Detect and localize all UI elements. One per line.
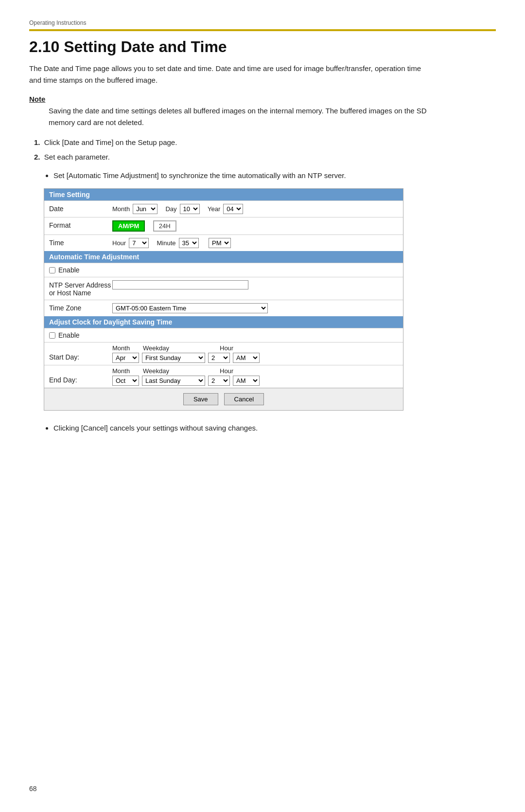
ampm-button[interactable]: AM/PM: [112, 220, 145, 232]
save-button[interactable]: Save: [183, 393, 218, 405]
bullet-list-2: Clicking [Cancel] cancels your settings …: [53, 422, 496, 434]
start-weekday-select[interactable]: First SundaySecond SundayThird SundayFou…: [142, 353, 205, 363]
timezone-row: Time Zone GMT-05:00 Eastern TimeGMT-06:0…: [44, 300, 403, 316]
start-col-headers: Month Weekday Hour: [112, 344, 398, 352]
end-weekday-col-header: Weekday: [143, 367, 216, 375]
date-content: Month JanFebMarAprMayJunJulAugSepOctNovD…: [112, 204, 398, 214]
start-ampm-select[interactable]: AMPM: [233, 353, 260, 363]
daylight-enable-checkbox[interactable]: [49, 332, 55, 339]
settings-table: Time Setting Date Month JanFebMarAprMayJ…: [44, 188, 403, 411]
auto-time-header: Automatic Time Adjustment: [44, 251, 403, 263]
breadcrumb: Operating Instructions: [29, 19, 496, 26]
start-day-controls: Month Weekday Hour JanFebMarAprMayJunJul…: [112, 344, 398, 363]
minute-label: Minute: [157, 239, 176, 247]
daylight-enable-row: Enable: [44, 328, 403, 342]
end-month-col-header: Month: [112, 367, 139, 375]
steps-container: 1. Click [Date and Time] on the Setup pa…: [34, 136, 496, 163]
end-hour-select[interactable]: 123456789101112: [208, 376, 230, 386]
auto-enable-label: Enable: [58, 266, 80, 274]
end-weekday-select[interactable]: First SundaySecond SundayThird SundayFou…: [142, 376, 205, 386]
intro-text: The Date and Time page allows you to set…: [29, 63, 428, 86]
step-2-text: Set each parameter.: [44, 153, 110, 161]
time-setting-header: Time Setting: [44, 189, 403, 200]
format-label: Format: [49, 220, 112, 229]
bullet-item-1: Set [Automatic Time Adjustment] to synch…: [53, 170, 442, 181]
ntp-row: NTP Server Address or Host Name: [44, 277, 403, 300]
title-divider: [29, 29, 496, 31]
year-select[interactable]: 0405060708: [223, 204, 243, 214]
step-1-text: Click [Date and Time] on the Setup page.: [44, 138, 177, 146]
timezone-select[interactable]: GMT-05:00 Eastern TimeGMT-06:00 Central …: [112, 303, 268, 313]
page-title: 2.10 Setting Date and Time: [29, 38, 496, 56]
date-label: Date: [49, 204, 112, 213]
end-day-label: End Day:: [49, 367, 112, 384]
day-select[interactable]: 1234567891011121314151617181920212223242…: [180, 204, 200, 214]
year-label: Year: [208, 205, 220, 213]
note-text: Saving the date and time settings delete…: [49, 105, 438, 128]
ntp-input[interactable]: [112, 280, 248, 289]
step-1-number: 1.: [34, 138, 40, 146]
day-label: Day: [165, 205, 176, 213]
step-2-number: 2.: [34, 153, 40, 161]
step-1: 1. Click [Date and Time] on the Setup pa…: [34, 136, 496, 149]
ntp-content: [112, 280, 398, 289]
ampm-select[interactable]: AMPM: [209, 238, 231, 248]
auto-enable-row: Enable: [44, 263, 403, 277]
end-col-headers: Month Weekday Hour: [112, 367, 398, 375]
end-ampm-select[interactable]: AMPM: [233, 376, 260, 386]
daylight-enable-label: Enable: [58, 331, 80, 339]
time-content: Hour 123456789101112 Minute 000510152025…: [112, 238, 398, 248]
end-day-selects: JanFebMarAprMayJunJulAugSepOctNovDec Fir…: [112, 376, 398, 386]
time-row: Time Hour 123456789101112 Minute 0005101…: [44, 235, 403, 251]
hour-label: Hour: [112, 239, 126, 247]
start-day-row: Start Day: Month Weekday Hour JanFebMarA…: [44, 342, 403, 365]
format-row: Format AM/PM 24H: [44, 217, 403, 235]
daylight-header: Adjust Clock for Daylight Saving Time: [44, 316, 403, 328]
timezone-content: GMT-05:00 Eastern TimeGMT-06:00 Central …: [112, 303, 398, 313]
bullet-item-2: Clicking [Cancel] cancels your settings …: [53, 422, 442, 434]
action-bar: Save Cancel: [44, 388, 403, 410]
minute-select[interactable]: 000510152025303540455055: [179, 238, 199, 248]
end-month-select[interactable]: JanFebMarAprMayJunJulAugSepOctNovDec: [112, 376, 139, 386]
time-label: Time: [49, 238, 112, 247]
start-weekday-col-header: Weekday: [143, 344, 216, 352]
end-day-row: End Day: Month Weekday Hour JanFebMarApr…: [44, 365, 403, 388]
start-month-select[interactable]: JanFebMarAprMayJunJulAugSepOctNovDec: [112, 353, 139, 363]
month-select[interactable]: JanFebMarAprMayJunJulAugSepOctNovDec: [133, 204, 158, 214]
date-row: Date Month JanFebMarAprMayJunJulAugSepOc…: [44, 200, 403, 217]
start-hour-select[interactable]: 123456789101112: [208, 353, 230, 363]
ntp-label: NTP Server Address or Host Name: [49, 280, 112, 297]
month-label: Month: [112, 205, 130, 213]
cancel-button[interactable]: Cancel: [224, 393, 264, 405]
end-day-controls: Month Weekday Hour JanFebMarAprMayJunJul…: [112, 367, 398, 386]
hour-select[interactable]: 123456789101112: [129, 238, 149, 248]
24h-button[interactable]: 24H: [153, 220, 176, 232]
start-hour-col-header: Hour: [220, 344, 268, 352]
bullet-list-1: Set [Automatic Time Adjustment] to synch…: [53, 170, 496, 181]
auto-enable-checkbox[interactable]: [49, 267, 55, 273]
timezone-label: Time Zone: [49, 303, 112, 312]
start-day-label: Start Day:: [49, 344, 112, 361]
end-hour-col-header: Hour: [220, 367, 268, 375]
format-content: AM/PM 24H: [112, 220, 398, 232]
note-label: Note: [29, 95, 496, 103]
start-month-col-header: Month: [112, 344, 139, 352]
start-day-selects: JanFebMarAprMayJunJulAugSepOctNovDec Fir…: [112, 353, 398, 363]
step-2: 2. Set each parameter.: [34, 151, 496, 163]
page-number: 68: [29, 785, 37, 793]
